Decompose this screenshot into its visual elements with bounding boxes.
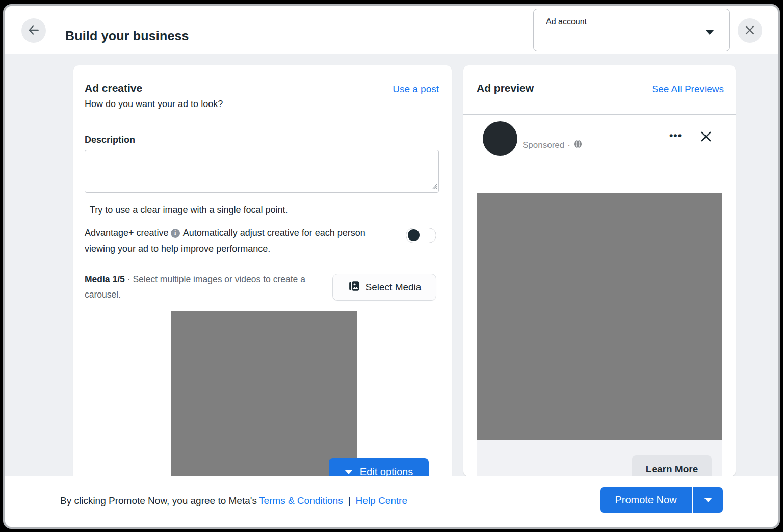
terms-conditions-link[interactable]: Terms & Conditions [259, 495, 343, 506]
see-all-previews-link[interactable]: See All Previews [651, 84, 724, 95]
media-separator: · [127, 274, 130, 284]
chevron-down-icon [345, 470, 353, 474]
media-counter-text: Media 1/5 · Select multiple images or vi… [85, 272, 328, 302]
description-label: Description [85, 135, 135, 145]
advantage-creative-text: Advantage+ creativeiAutomatically adjust… [85, 225, 390, 257]
sponsored-label: Sponsored [523, 140, 564, 150]
chevron-down-icon [705, 30, 714, 35]
ad-account-label: Ad account [546, 17, 587, 26]
back-button[interactable] [21, 18, 46, 43]
promote-split-button: Promote Now [600, 487, 723, 513]
promote-options-button[interactable] [693, 487, 723, 513]
close-icon [744, 24, 756, 38]
ad-account-select[interactable]: Ad account [533, 9, 730, 51]
page-avatar [483, 121, 517, 156]
help-centre-link[interactable]: Help Centre [356, 495, 407, 506]
back-arrow-icon [27, 23, 40, 38]
cta-band: Learn More [477, 440, 722, 476]
close-dialog-button[interactable] [738, 18, 762, 43]
ad-creative-title: Ad creative [85, 82, 142, 94]
page-title: Build your business [65, 29, 189, 43]
ad-preview-image-placeholder [477, 193, 722, 440]
ad-creative-question: How do you want your ad to look? [85, 99, 223, 110]
agreement-text: By clicking Promote Now, you agree to Me… [60, 495, 409, 507]
media-counter-label: Media 1/5 [85, 274, 125, 284]
image-hint-text: Try to use a clear image with a single f… [90, 205, 288, 216]
photo-stack-icon [348, 280, 360, 295]
learn-more-button[interactable]: Learn More [632, 455, 712, 476]
promote-now-button[interactable]: Promote Now [600, 487, 692, 513]
ad-creative-panel: Ad creative Use a post How do you want y… [73, 65, 452, 493]
agreement-separator: | [348, 495, 351, 506]
dialog-footer: By clicking Promote Now, you agree to Me… [5, 476, 778, 527]
chevron-down-icon [704, 498, 712, 502]
promote-dialog: Build your business Ad account Ad creati… [5, 6, 778, 527]
advantage-creative-toggle[interactable] [406, 228, 436, 243]
ad-preview-panel: Ad preview See All Previews Sponsored · … [463, 65, 736, 476]
globe-icon [573, 140, 582, 151]
app-window: { "colors": { "button_blue": "#1b74e4", … [0, 0, 783, 532]
toggle-knob [408, 229, 420, 241]
more-options-icon[interactable]: ••• [669, 129, 682, 142]
sponsored-separator: · [567, 140, 570, 150]
advantage-creative-label: Advantage+ creative [85, 228, 169, 238]
panel-divider [463, 114, 736, 115]
use-a-post-link[interactable]: Use a post [393, 84, 439, 95]
preview-close-icon[interactable] [699, 129, 713, 146]
agreement-prefix: By clicking Promote Now, you agree to Me… [60, 495, 257, 506]
ad-preview-title: Ad preview [477, 82, 534, 94]
description-input[interactable] [85, 150, 439, 193]
sponsored-row: Sponsored · [523, 140, 582, 151]
description-field-wrap [85, 150, 439, 193]
info-icon[interactable]: i [171, 229, 180, 238]
select-media-button[interactable]: Select Media [332, 274, 436, 301]
dialog-header: Build your business Ad account [5, 6, 778, 54]
select-media-label: Select Media [366, 282, 422, 293]
